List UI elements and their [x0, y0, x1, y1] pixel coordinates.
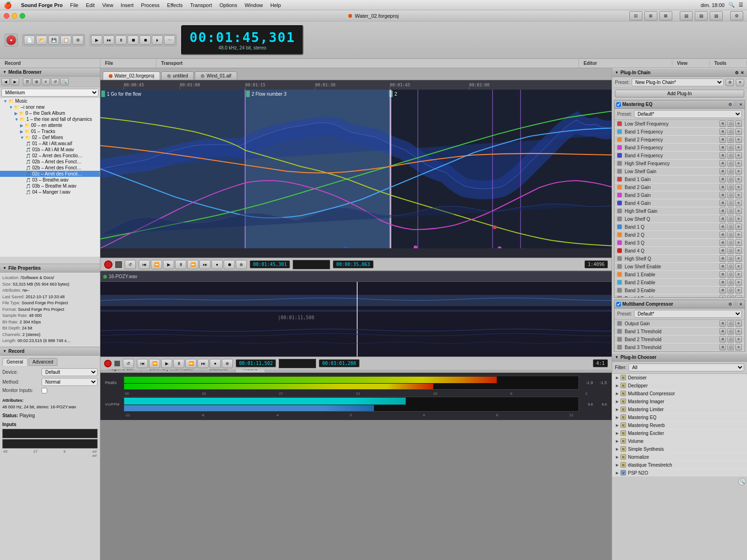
eq-param-info[interactable]: ⓘ: [727, 208, 734, 214]
mb-param-close[interactable]: ✕: [735, 328, 742, 335]
chooser-plugin-item[interactable]: ▶NSimple Synthesis: [612, 445, 747, 453]
media-refresh-btn[interactable]: ↺: [51, 78, 59, 85]
tree-item[interactable]: ▼ 📁 02 – Def Mixes: [0, 134, 100, 140]
add-plugin-btn[interactable]: Add Plug-In: [615, 90, 744, 98]
eq-param-info[interactable]: ⓘ: [727, 136, 734, 143]
rewind-btn[interactable]: ⏹: [127, 35, 139, 45]
eq-param-settings[interactable]: ⚙: [719, 247, 726, 254]
time-sel-main[interactable]: [293, 260, 330, 269]
record-collapse[interactable]: ▼: [3, 349, 7, 353]
plugin-chain-collapse[interactable]: ▼: [615, 70, 619, 75]
location-select[interactable]: Millenium: [1, 89, 99, 97]
tree-item[interactable]: 🎵 03b – Breathe M.wav: [0, 183, 100, 189]
eq-param-settings[interactable]: ⚙: [719, 279, 726, 286]
eq-param-close[interactable]: ✕: [735, 271, 742, 278]
eq-param-close[interactable]: ✕: [735, 120, 742, 127]
mb-param-info[interactable]: ⓘ: [727, 320, 734, 327]
new-btn[interactable]: 📄: [24, 35, 35, 45]
tree-item[interactable]: 🎵 02b – Arret des Fonct…: [0, 159, 100, 165]
eq-param-close[interactable]: ✕: [735, 287, 742, 294]
refresh-t2[interactable]: ↺: [123, 359, 134, 368]
eq-param-info[interactable]: ⓘ: [727, 120, 734, 127]
win-btn-1[interactable]: ⊟: [629, 11, 642, 21]
eq-param-info[interactable]: ⓘ: [727, 271, 734, 278]
mb-param-info[interactable]: ⓘ: [727, 336, 734, 343]
chooser-plugin-item[interactable]: ▶NNormalize: [612, 453, 747, 461]
eq-param-settings[interactable]: ⚙: [719, 192, 726, 198]
close-button[interactable]: [4, 13, 9, 19]
eq-param-settings[interactable]: ⚙: [719, 295, 726, 297]
preset-close-btn[interactable]: ✕: [736, 79, 744, 86]
tree-item[interactable]: 🎵 02b – Arret des Fonct…: [0, 165, 100, 171]
eq-param-close[interactable]: ✕: [735, 152, 742, 159]
rec-btn-t2[interactable]: [104, 360, 112, 367]
eq-param-settings[interactable]: ⚙: [719, 216, 726, 222]
tree-item[interactable]: ▼ 📁 1 – the rise and fall of dynamics: [0, 116, 100, 122]
tb-loop[interactable]: ⏸: [175, 260, 186, 269]
menu-help[interactable]: Help: [270, 2, 281, 8]
eq-param-settings[interactable]: ⚙: [719, 224, 726, 230]
loop-btn[interactable]: ⏸: [115, 35, 127, 45]
eq-param-close[interactable]: ✕: [735, 192, 742, 198]
eq-param-close[interactable]: ✕: [735, 184, 742, 190]
eq-param-settings[interactable]: ⚙: [719, 152, 726, 159]
media-browser-header[interactable]: ▼ Media Browser: [0, 68, 100, 77]
eq-settings-icon[interactable]: ⚙: [728, 102, 732, 107]
tb-more[interactable]: ●: [211, 260, 223, 269]
stop-btn[interactable]: ⏭: [103, 35, 114, 45]
tb-t2-end[interactable]: ⏭: [197, 359, 209, 368]
eq-param-info[interactable]: ⓘ: [727, 295, 734, 297]
refresh-btn[interactable]: ↺: [125, 260, 136, 269]
mb-settings-icon[interactable]: ⚙: [728, 302, 732, 307]
eq-info-icon[interactable]: ⓘ: [733, 101, 738, 107]
plugin-chain-header[interactable]: ▼ Plug-In Chain ⚙ ✕: [612, 68, 747, 77]
eq-param-close[interactable]: ✕: [735, 160, 742, 167]
mb-param-close[interactable]: ✕: [735, 336, 742, 343]
chooser-plugin-item[interactable]: ▶NMastering Limiter: [612, 406, 747, 413]
eq-param-close[interactable]: ✕: [735, 136, 742, 143]
tb-rec[interactable]: ⏺: [224, 260, 235, 269]
menu-effects[interactable]: Effects: [167, 2, 183, 8]
file-properties-header[interactable]: ▼ File Properties: [0, 264, 100, 273]
eq-param-info[interactable]: ⓘ: [727, 287, 734, 294]
eq-param-close[interactable]: ✕: [735, 255, 742, 262]
chooser-plugin-item[interactable]: ▶NDeclipper: [612, 382, 747, 390]
win-btn-6[interactable]: ▤: [710, 11, 723, 21]
eq-param-settings[interactable]: ⚙: [719, 168, 726, 175]
rec-btn[interactable]: [104, 260, 113, 269]
menu-insert[interactable]: Insert: [121, 2, 134, 8]
more-btn[interactable]: ⋯: [164, 35, 175, 45]
waveform-canvas[interactable]: 1 Go for the flow 2 Flow number 3 2: [100, 90, 612, 248]
eq-param-close[interactable]: ✕: [735, 208, 742, 214]
time-pos-main[interactable]: 00:01:45,301: [250, 260, 290, 268]
eq-param-close[interactable]: ✕: [735, 176, 742, 182]
eq-param-close[interactable]: ✕: [735, 295, 742, 297]
eq-param-settings[interactable]: ⚙: [719, 128, 726, 135]
preset-settings-btn[interactable]: ⚙: [726, 79, 734, 86]
menu-options[interactable]: Options: [219, 2, 237, 8]
chooser-plugin-item[interactable]: ▶NVolume: [612, 437, 747, 445]
tree-item[interactable]: ▶ 📁 00 – en attente: [0, 122, 100, 128]
eq-param-close[interactable]: ✕: [735, 200, 742, 206]
eq-param-close[interactable]: ✕: [735, 279, 742, 286]
file-tab-0[interactable]: Water_02.forgeproj: [103, 71, 160, 80]
eq-param-settings[interactable]: ⚙: [719, 200, 726, 206]
minimize-button[interactable]: [12, 13, 17, 19]
settings-btn[interactable]: ⚙: [72, 35, 84, 45]
mb-param-info[interactable]: ⓘ: [727, 344, 734, 350]
menu-file[interactable]: File: [70, 2, 78, 8]
mb-param-settings[interactable]: ⚙: [719, 344, 726, 350]
eq-param-info[interactable]: ⓘ: [727, 255, 734, 262]
media-search-btn[interactable]: 🔍: [60, 78, 69, 85]
tb-t2-rew[interactable]: ⏪: [149, 359, 160, 368]
stop-t2[interactable]: [114, 361, 120, 366]
win-btn-4[interactable]: ▤: [680, 11, 693, 21]
eq-param-info[interactable]: ⓘ: [727, 152, 734, 159]
eq-param-settings[interactable]: ⚙: [719, 271, 726, 278]
mb-param-info[interactable]: ⓘ: [727, 328, 734, 335]
file-tab-1[interactable]: untitled: [161, 71, 194, 80]
eq-param-info[interactable]: ⓘ: [727, 239, 734, 246]
plugin-chain-preset-select[interactable]: New Plug-In Chain*: [632, 78, 724, 86]
menu-view[interactable]: View: [102, 2, 113, 8]
tb-t2-loop[interactable]: ⏸: [173, 359, 184, 368]
